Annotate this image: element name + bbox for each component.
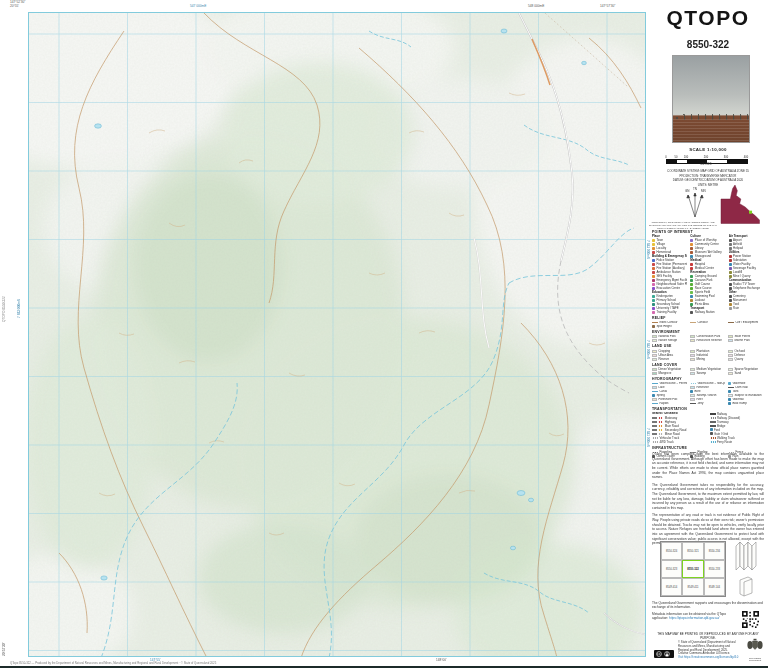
legend-item: Contour bbox=[690, 321, 725, 325]
adjacent-sheet-cell: 8550-324 bbox=[661, 542, 682, 560]
legend: POINTS OF INTEREST PlaceTownVillageLocal… bbox=[652, 228, 764, 458]
folding-guide-diagram bbox=[732, 540, 766, 598]
adjacent-sheets-index: 8550-3248550-3218550-2348550-3238550-322… bbox=[660, 541, 726, 597]
legend-item: Rapids bbox=[652, 402, 687, 406]
true-north-label: TN bbox=[693, 187, 697, 191]
legend-item: Sand bbox=[728, 371, 763, 375]
legend-grid: CroppingPlantationOrchardUrban AreaIndus… bbox=[652, 349, 764, 361]
sheet-side-note: QTOPO 8550-322 bbox=[3, 296, 7, 322]
legend-item: Cliff / Escarpment bbox=[728, 321, 763, 325]
legend-section-title: RELIEF bbox=[652, 316, 764, 320]
legend-swatch bbox=[652, 275, 655, 278]
legend-item: Mining bbox=[690, 357, 725, 361]
legend-swatch bbox=[652, 247, 655, 250]
legend-item: Marine Park bbox=[728, 339, 763, 343]
legend-grid: Dense VegetationMedium VegetationSparse … bbox=[652, 367, 764, 375]
corner-label-nw-lat: 20°55' bbox=[10, 5, 19, 9]
legend-swatch bbox=[652, 295, 655, 298]
grid-label-easting-2: 548 000mE bbox=[528, 5, 544, 9]
sheet-number: 8550-322 bbox=[648, 39, 768, 50]
legend-column: RailwayRailway (Disused)TramwayBridgeFor… bbox=[710, 412, 765, 444]
grid-north-label: GN bbox=[685, 189, 690, 193]
legend-section-title: INFRASTRUCTURE bbox=[652, 446, 764, 450]
north-diagram-block: GN TN MN TRUE NORTH, GRID NORTH AND MAGN… bbox=[648, 185, 768, 229]
scale-tick: 100 bbox=[684, 156, 688, 159]
magnetic-north-label: MN bbox=[701, 189, 706, 193]
grid-label-northing-r3: 7 681 000mN bbox=[645, 428, 649, 447]
legend-item: Spot Height bbox=[652, 325, 687, 329]
legend-swatch bbox=[652, 267, 655, 270]
legend-section-title: ENVIRONMENT bbox=[652, 330, 764, 334]
adjacent-sheet-cell: 8549-411 bbox=[682, 578, 703, 596]
legend-swatch bbox=[652, 239, 655, 242]
scale-tick: 300 bbox=[724, 156, 728, 159]
legend-swatch bbox=[652, 283, 655, 286]
legend-item: 4WD Track bbox=[652, 440, 707, 444]
qr-code bbox=[742, 611, 759, 628]
svg-text:cc: cc bbox=[657, 652, 661, 656]
legend-section-title: LAND USE bbox=[652, 344, 764, 348]
legend-item: Boat Ramp bbox=[728, 402, 763, 406]
legend-swatch bbox=[652, 259, 655, 262]
legend-item: Reserve bbox=[652, 357, 687, 361]
adjacent-sheet-cell: 8549-414 bbox=[661, 578, 682, 596]
legend-grid: National ParkConservation ParkState Fore… bbox=[652, 335, 764, 343]
legend-item: Swamp bbox=[690, 371, 725, 375]
scale-bar: 050100200300400 METRES bbox=[666, 156, 750, 166]
adjacent-sheet-cell: 8550-321 bbox=[682, 542, 703, 560]
metadata-note: Metadata information can be obtained via… bbox=[652, 612, 738, 621]
grid-label-northing-r1: 7 683 000mN bbox=[645, 240, 649, 259]
creative-commons-badge: cc bbox=[654, 650, 674, 658]
legend-item: Mangrove bbox=[652, 371, 687, 375]
qtopo-app-link[interactable]: https://qtopo.information.qld.gov.au/ bbox=[669, 616, 719, 620]
photo-field-furrows bbox=[673, 119, 750, 143]
legend-item: Railway Station bbox=[690, 310, 725, 314]
legend-item: Resources Reserve bbox=[690, 339, 725, 343]
disclaimer-paragraph: QTopo has been compiled from the best in… bbox=[652, 452, 764, 480]
scale-tick: 0 bbox=[665, 156, 666, 159]
qld-government-crest: Queensland Government bbox=[744, 638, 766, 662]
legend-swatch bbox=[652, 243, 655, 246]
legend-grid: Watercourse – PerennialWatercourse – Non… bbox=[652, 382, 764, 406]
legend-grid: Index ContourContourCliff / EscarpmentSp… bbox=[652, 321, 764, 329]
adjacent-sheet-cell: 8549-144 bbox=[704, 578, 725, 596]
adjacent-sheet-cell: 8550-233 bbox=[704, 560, 725, 578]
coordinate-system: COORDINATE SYSTEM: MAP GRID OF AUSTRALIA… bbox=[652, 169, 764, 174]
corner-label-sw-lat: 20°57'30" bbox=[3, 642, 7, 656]
scale-tick: 50 bbox=[675, 156, 678, 159]
scale-tick: 400 bbox=[744, 156, 748, 159]
disclaimer-paragraph: The Queensland Government takes no respo… bbox=[652, 483, 764, 511]
adjacent-sheet-cell: 8550-234 bbox=[704, 542, 725, 560]
legend-item: Training Facility bbox=[652, 310, 687, 314]
adjacent-sheet-cell: 8550-322 bbox=[682, 560, 703, 578]
legend-column: CulturePlace of WorshipCommunity CentreL… bbox=[690, 234, 725, 314]
hillshade-texture bbox=[29, 13, 646, 657]
copyright-block: © State of Queensland (Department of Nat… bbox=[678, 641, 740, 660]
dissemination-note: The Queensland Government supports and e… bbox=[652, 601, 764, 610]
bottom-label-lon2: 148°00' bbox=[436, 659, 447, 663]
production-note: QTopo 8550-322 — Produced by the Departm… bbox=[10, 661, 216, 665]
map-canvas bbox=[28, 12, 646, 657]
legend-column: Air TransportAirportAirfieldHelipadUtili… bbox=[729, 234, 764, 314]
legend-item: Ruin bbox=[729, 306, 764, 310]
queensland-locator-map bbox=[720, 185, 764, 227]
grid-label-northing-left: 7 683 000mN bbox=[18, 299, 22, 318]
crest-icon bbox=[747, 638, 763, 652]
legend-item: Nature Refuge bbox=[652, 339, 687, 343]
licence-link[interactable]: Visit https://creativecommons.org/licens… bbox=[678, 656, 740, 660]
legend-swatch bbox=[652, 299, 655, 302]
legend-swatch bbox=[652, 303, 655, 306]
scale-tick: 200 bbox=[704, 156, 708, 159]
legend-section-title: HYDROGRAPHY bbox=[652, 377, 764, 381]
legend-item: Quarry bbox=[728, 357, 763, 361]
locality-photo bbox=[672, 55, 750, 143]
map-location-marker bbox=[749, 211, 752, 214]
page-trim-line bbox=[0, 666, 768, 668]
page-title: QTOPO bbox=[648, 6, 768, 30]
grid-label-easting-1: 547 000mE bbox=[190, 5, 206, 9]
legend-item: Jetty bbox=[690, 402, 725, 406]
adjacent-sheet-cell: 8550-323 bbox=[661, 560, 682, 578]
legend-swatch bbox=[652, 271, 655, 274]
legend-section-title: POINTS OF INTEREST bbox=[652, 230, 764, 234]
scale-units: METRES bbox=[666, 163, 746, 166]
